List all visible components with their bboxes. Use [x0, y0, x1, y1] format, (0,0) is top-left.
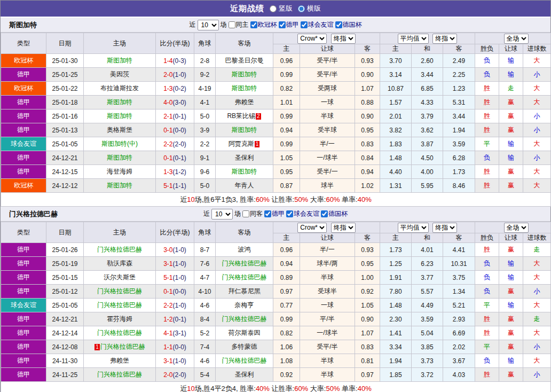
result-handicap: 赢	[499, 326, 523, 340]
corner-score: 3-9	[194, 123, 216, 137]
league-badge: 德甲	[1, 340, 46, 354]
summary-stat-label: 场,胜6平1负3, 胜率:	[195, 195, 256, 203]
odds-time-select-1[interactable]: 终指	[331, 223, 356, 233]
summary-stat-label: 近	[180, 385, 187, 392]
bookmaker-select[interactable]: Crow*	[297, 223, 327, 233]
avg-select[interactable]: 平均值	[398, 34, 429, 44]
match-row: 德甲25-01-15沃尔夫斯堡5-1(1-0)4-7门兴格拉德巴赫0.89半球1…	[1, 271, 551, 285]
match-row: 德甲24-12-14门兴格拉德巴赫4-1(3-1)5-2荷尔斯泰因0.82一/球…	[1, 326, 551, 340]
away-team: 拜仁慕尼黑	[216, 285, 273, 299]
avg-draw-odds: 4.49	[412, 299, 443, 312]
summary-stat-value: 60%	[256, 195, 270, 203]
league-badge: 球会友谊	[1, 137, 46, 151]
match-row: 德甲24-11-30弗赖堡3-1(1-0)4-6门兴格拉德巴赫1.08半球0.8…	[1, 354, 551, 368]
fulltime-select[interactable]: 全场	[504, 223, 529, 233]
team-label: 阿贾克斯	[229, 140, 254, 147]
result-goals: 大	[523, 257, 551, 271]
avg-draw-odds: 5.04	[412, 326, 443, 340]
avg-select[interactable]: 平均值	[398, 223, 429, 233]
result-handicap: 输	[499, 137, 523, 151]
avg-draw-odds: 3.72	[412, 368, 443, 382]
result-winloss: 负	[475, 285, 499, 299]
crown-away-odds: 0.93	[355, 54, 380, 68]
crown-home-odds: 0.95	[273, 165, 300, 179]
league-filter-ouguan-input[interactable]	[250, 21, 257, 28]
away-team: 斯图加特	[216, 82, 273, 96]
avg-home-odds: 1.85	[380, 368, 412, 382]
score: 5-1(1-1)	[156, 179, 194, 193]
summary-stat-label: 单率:	[340, 195, 357, 203]
league-filter-deguobei[interactable]: 德国杯	[321, 209, 348, 218]
layout-radio-vertical-label: 竖版	[279, 4, 293, 13]
fulltime-select[interactable]: 全场	[504, 34, 529, 44]
league-filter-youyi-input[interactable]	[301, 21, 308, 28]
odds-time-select-2[interactable]: 终指	[432, 34, 457, 44]
fulltime-score: 5-1	[163, 182, 172, 190]
team-label: 门兴格拉德巴赫	[100, 343, 145, 350]
subcol-avg-away: 客	[443, 233, 475, 243]
corner-score: 4-1	[194, 96, 216, 109]
crown-away-odds: 0.83	[355, 137, 380, 151]
handicap-line: 半/一	[300, 137, 355, 151]
league-filter-deguobei-input[interactable]	[335, 21, 342, 28]
col-corner: 角球	[194, 222, 216, 243]
crown-home-odds: 0.96	[273, 54, 300, 68]
same-venue-checkbox-input[interactable]	[242, 210, 249, 217]
layout-radio-horizontal[interactable]: 横版	[298, 4, 321, 13]
result-goals: 大	[523, 137, 551, 151]
avg-home-odds: 10.87	[380, 82, 412, 96]
league-filter-youyi[interactable]: 球会友谊	[301, 20, 334, 29]
avg-home-odds: 1.94	[380, 354, 412, 368]
layout-radio-vertical[interactable]: 竖版	[270, 4, 293, 13]
result-winloss: 负	[475, 271, 499, 285]
subcol-avg-draw: 和	[412, 44, 443, 54]
layout-radio-vertical-input[interactable]	[270, 5, 277, 12]
avg-away-odds: 5.31	[443, 96, 475, 109]
score: 2-1(0-1)	[156, 109, 194, 123]
score: 1-1(0-0)	[156, 340, 194, 354]
avg-away-odds: 3.59	[443, 137, 475, 151]
recent-count-select[interactable]: 10	[211, 209, 233, 219]
col-score: 比分(半场)	[156, 33, 194, 54]
handicap-line: 受平/半	[300, 340, 355, 354]
league-filter-dejia[interactable]: 德甲	[264, 209, 285, 218]
subcol-goals: 进球数	[523, 233, 551, 243]
away-team: 门兴格拉德巴赫	[216, 257, 273, 271]
result-goals: 小	[523, 109, 551, 123]
odds-time-select-1[interactable]: 终指	[331, 34, 356, 44]
league-filter-ouguan[interactable]: 欧冠杯	[250, 20, 277, 29]
odds-time-select-2[interactable]: 终指	[432, 223, 457, 233]
same-venue-checkbox[interactable]: 同客	[242, 209, 263, 218]
halftime-score: (3-0)	[173, 99, 186, 106]
result-goals: 大	[523, 54, 551, 68]
league-filter-dejia[interactable]: 德甲	[279, 20, 299, 29]
league-badge: 德甲	[1, 165, 46, 179]
team-label: 弗赖堡	[235, 98, 254, 106]
crown-home-odds: 0.94	[273, 257, 300, 271]
league-filter-deguobei[interactable]: 德国杯	[335, 20, 362, 29]
same-venue-checkbox-input[interactable]	[229, 21, 235, 28]
score: 0-1(0-1)	[156, 151, 194, 165]
same-venue-checkbox[interactable]: 同主	[229, 20, 249, 29]
league-filter-dejia-input[interactable]	[264, 210, 271, 217]
league-filter-dejia-input[interactable]	[279, 21, 286, 28]
result-goals: 大	[523, 165, 551, 179]
team-label: 波鸿	[238, 246, 251, 253]
league-filter-youyi[interactable]: 球会友谊	[286, 209, 319, 218]
summary-text: 近10场,胜4平2负4, 胜率:40% 让胜率:60% 大率:50% 单率:40…	[180, 385, 371, 392]
league-badge: 德甲	[1, 368, 46, 382]
recent-count-select[interactable]: 10	[198, 20, 219, 30]
result-goals: 小	[523, 123, 551, 137]
subcol-result: 胜负	[475, 233, 499, 243]
home-team: 门兴格拉德巴赫	[84, 368, 156, 382]
crown-away-odds: 0.88	[355, 96, 380, 109]
score: 1-3(1-2)	[156, 165, 194, 179]
halftime-score: (1-1)	[173, 182, 186, 190]
col-corner: 角球	[194, 33, 216, 54]
league-filter-deguobei-input[interactable]	[321, 210, 328, 217]
bookmaker-select[interactable]: Crow*	[297, 34, 327, 44]
layout-radio-horizontal-input[interactable]	[298, 5, 305, 12]
avg-home-odds: 3.70	[380, 54, 412, 68]
league-filter-youyi-input[interactable]	[286, 210, 293, 217]
avg-home-odds: 1.31	[380, 179, 412, 193]
